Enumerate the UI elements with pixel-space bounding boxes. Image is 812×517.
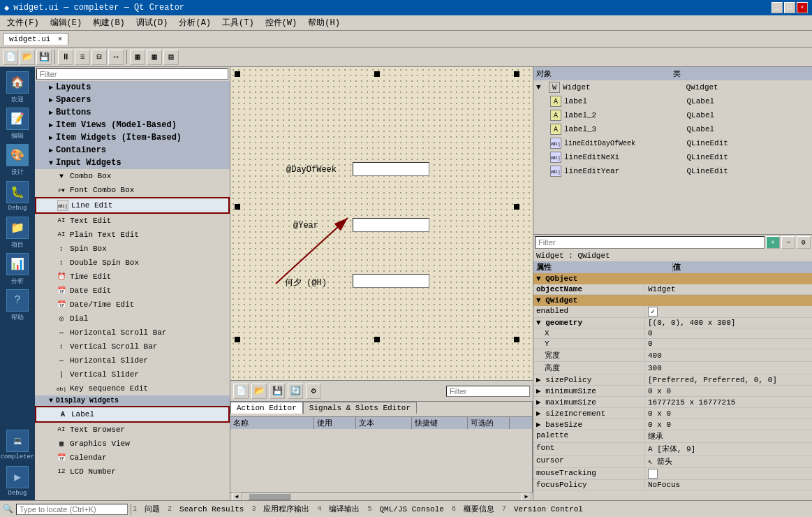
widget-filter-input[interactable] [36,68,228,80]
prop-width-value[interactable]: 400 [645,349,812,361]
widget-text-browser[interactable]: AI Text Browser [35,423,230,437]
prop-maxsize-value[interactable]: 16777215 x 16777215 [645,397,812,407]
filter-minus-btn[interactable]: − [781,236,795,249]
widget-line-edit[interactable]: ab| Line Edit [35,197,230,214]
menu-file[interactable]: 文件(F) [1,15,45,30]
filter-add-btn[interactable]: + [766,236,780,249]
resize-handle-bl[interactable] [235,337,240,342]
hscroll-thumb[interactable] [249,493,290,500]
center-btn5[interactable]: ⚙ [306,384,321,399]
input-year[interactable] [353,218,429,232]
bottom-tab-overview[interactable]: 概要信息 [457,502,501,516]
resize-handle-b[interactable] [374,337,380,342]
center-filter-input[interactable] [446,386,530,397]
widget-plain-text-edit[interactable]: AI Plain Text Edit [35,228,230,242]
toolbar-grid1[interactable]: ▦ [130,50,145,65]
prop-minsize-value[interactable]: 0 x 0 [645,386,812,396]
widget-time-edit[interactable]: ⏰ Time Edit [35,270,230,284]
tab-action-editor[interactable]: Action Editor [230,402,303,414]
prop-font-value[interactable]: A [宋体, 9] [645,443,812,455]
object-row-lineedit-nexi[interactable]: ab| lineEditNeXi QLineEdit [533,150,812,164]
menu-help[interactable]: 帮助(H) [302,15,346,30]
center-btn3[interactable]: 💾 [270,384,285,399]
menu-debug[interactable]: 调试(D) [131,15,174,30]
group-layouts[interactable]: ▶Layouts [35,81,230,94]
object-row-lineedit-year[interactable]: ab| lineEditYear QLineEdit [533,164,812,178]
toolbar-btn6[interactable]: ⊟ [91,50,107,65]
resize-handle-l[interactable] [235,204,240,210]
object-row-label2[interactable]: A label_2 QLabel [533,108,812,122]
toolbar-btn5[interactable]: ≡ [75,50,90,65]
bottom-tab-qml-console[interactable]: QML/JS Console [374,503,450,516]
group-spacers[interactable]: ▶Spacers [35,94,230,106]
bottom-tab-app-output[interactable]: 应用程序输出 [257,502,316,516]
locate-input[interactable] [16,504,128,515]
object-row-lineedit-day[interactable]: ab| lineEditDayOfWeek QLineEdit [533,136,812,150]
widget-graphics-view[interactable]: ▦ Graphics View [35,437,230,451]
bottom-tab-search-results[interactable]: Search Results [173,503,250,516]
basesize-expand-icon[interactable]: ▶ [536,421,541,429]
menu-build[interactable]: 构建(B) [87,15,131,30]
hscroll-left[interactable]: ◀ [232,493,242,501]
tab-close-icon[interactable]: × [58,36,62,43]
bottom-tab-version-control[interactable]: Version Control [508,503,589,516]
sidebar-edit[interactable]: 📝 编辑 [3,106,31,141]
input-dayofweek[interactable] [353,162,429,176]
sidebar-project[interactable]: 📁 项目 [3,215,31,250]
prop-palette-value[interactable]: 继承 [645,430,812,442]
tab-widget-ui[interactable]: widget.ui × [3,33,68,45]
minsize-expand-icon[interactable]: ▶ [536,387,541,395]
prop-enabled-value[interactable]: ✓ [645,306,812,317]
widget-combo-box[interactable]: ▼ Combo Box [35,169,230,183]
minimize-button[interactable]: _ [772,2,783,13]
menu-analyze[interactable]: 分析(A) [173,15,216,30]
toolbar-btn4[interactable]: ⏸ [58,50,73,65]
object-row-label[interactable]: A label QLabel [533,94,812,108]
widget-double-spin-box[interactable]: ↕ Double Spin Box [35,256,230,270]
hscroll-right[interactable]: ▶ [522,493,531,501]
prop-basesize-value[interactable]: 0 x 0 [645,419,812,430]
resize-handle-t[interactable] [374,71,380,77]
canvas-hscrollbar[interactable]: ◀ ▶ [230,492,533,500]
widget-text-edit[interactable]: AI Text Edit [35,214,230,228]
sizeincrement-expand-icon[interactable]: ▶ [536,409,541,418]
window-controls[interactable]: _ □ × [772,2,808,13]
enabled-checkbox[interactable]: ✓ [648,307,658,316]
canvas-form[interactable]: @DayOfWeek @Year 何夕 (@H) [237,74,517,340]
design-canvas[interactable]: @DayOfWeek @Year 何夕 (@H) [230,67,533,380]
prop-objectname-value[interactable]: Widget [645,284,812,294]
group-containers[interactable]: ▶Containers [35,144,230,156]
sidebar-welcome[interactable]: 🏠 欢迎 [3,70,31,105]
widget-dial[interactable]: ◎ Dial [35,312,230,326]
resize-handle-tl[interactable] [235,71,240,77]
toolbar-grid2[interactable]: ▦ [147,50,162,65]
group-buttons[interactable]: ▶Buttons [35,106,230,119]
resize-handle-r[interactable] [514,204,519,210]
toolbar-open[interactable]: 📂 [20,50,35,65]
group-input-widgets[interactable]: ▼Input Widgets [35,156,230,169]
toolbar-new[interactable]: 📄 [3,50,18,65]
sidebar-design[interactable]: 🎨 设计 [3,143,31,177]
menu-tools[interactable]: 工具(T) [216,15,260,30]
sidebar-help[interactable]: ? 帮助 [3,288,31,323]
toolbar-btn7[interactable]: ↔ [108,50,124,65]
prop-x-value[interactable]: 0 [645,328,812,338]
close-button[interactable]: × [797,2,808,13]
widget-vslider[interactable]: | Vertical Slider [35,367,230,381]
sizepolicy-expand-icon[interactable]: ▶ [536,376,541,384]
widget-lcd-number[interactable]: 12 LCD Number [35,465,230,479]
widget-date-edit[interactable]: 📅 Date Edit [35,284,230,298]
menu-controls[interactable]: 控件(W) [260,15,303,30]
prop-focuspolicy-value[interactable]: NoFocus [645,480,812,490]
center-btn1[interactable]: 📄 [233,384,249,399]
filter-settings-btn[interactable]: ⚙ [797,236,811,249]
prop-sizeincrement-value[interactable]: 0 x 0 [645,408,812,418]
toolbar-grid3[interactable]: ▤ [163,50,179,65]
center-btn2[interactable]: 📂 [251,384,267,399]
widget-calendar[interactable]: 📅 Calendar [35,451,230,465]
toolbar-save[interactable]: 💾 [36,50,52,65]
tab-signals-slots[interactable]: Signals & Slots Editor [303,402,417,414]
input-hexi[interactable] [353,274,429,288]
group-display-widgets[interactable]: ▼Display Widgets [35,395,230,406]
object-row-label3[interactable]: A label_3 QLabel [533,122,812,136]
